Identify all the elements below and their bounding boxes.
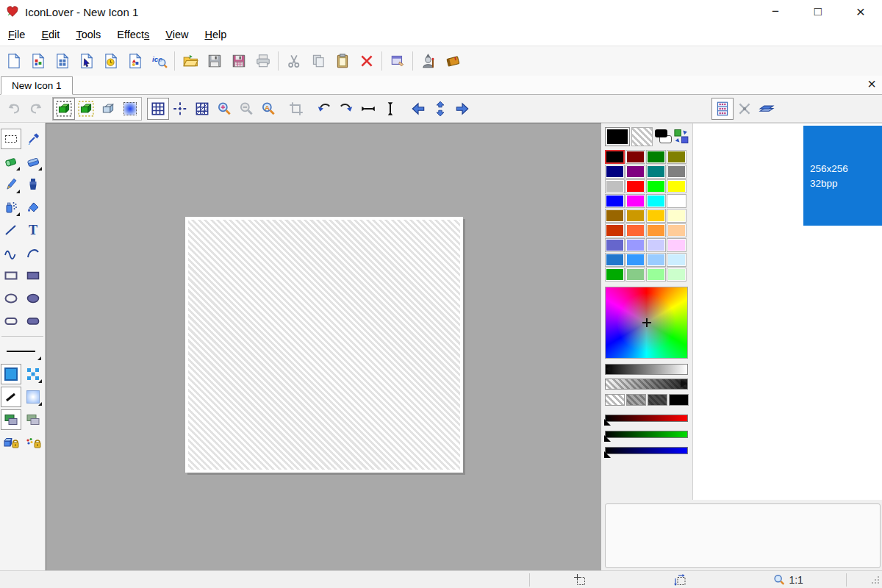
red-slider-thumb[interactable] (604, 419, 611, 426)
crop-button[interactable] (285, 98, 307, 120)
green-channel-slider[interactable] (605, 431, 688, 438)
airbrush-tool[interactable] (1, 197, 21, 218)
alpha-swatch[interactable] (669, 394, 689, 406)
palette-swatch[interactable] (667, 194, 686, 208)
minimize-button[interactable]: − (754, 4, 797, 19)
show-center-guides-button[interactable] (169, 98, 191, 120)
rotate-left-button[interactable] (313, 98, 335, 120)
palette-swatch[interactable] (625, 253, 645, 267)
format-smooth-button[interactable] (119, 98, 141, 120)
palette-swatch[interactable] (667, 268, 686, 282)
palette-swatch[interactable] (605, 223, 625, 237)
text-tool[interactable]: T (23, 220, 43, 240)
palette-swatch[interactable] (646, 179, 666, 193)
rectangle-tool[interactable] (1, 265, 21, 286)
customize-button[interactable] (385, 49, 409, 73)
smooth-line-tool[interactable] (1, 387, 21, 407)
show-thumbnail-grid-button[interactable] (191, 98, 213, 120)
color-replacer-tool[interactable] (1, 151, 21, 172)
zoom-actual-button[interactable]: A (257, 98, 279, 120)
palette-swatch[interactable] (605, 179, 625, 193)
palette-swatch[interactable] (625, 194, 645, 208)
palette-swatch[interactable] (605, 165, 625, 179)
filled-rectangle-tool[interactable] (23, 265, 43, 286)
palette-swatch[interactable] (646, 238, 666, 252)
palette-swatch[interactable] (605, 268, 625, 282)
palette-swatch[interactable] (605, 238, 625, 252)
palette-swatch[interactable] (646, 253, 666, 267)
new-icon-library-button[interactable] (50, 49, 74, 73)
print-button[interactable] (251, 49, 275, 73)
frames-panel-button[interactable] (711, 98, 734, 120)
eyedropper-tool[interactable] (23, 129, 43, 149)
resize-grip[interactable] (870, 575, 881, 585)
filled-ellipse-tool[interactable] (23, 288, 43, 309)
palette-swatch[interactable] (605, 194, 625, 208)
palette-swatch[interactable] (646, 223, 666, 237)
solid-style-tool[interactable] (1, 364, 21, 384)
menu-edit[interactable]: Edit (33, 29, 68, 40)
red-channel-slider[interactable] (605, 415, 688, 422)
gradient-tool[interactable] (23, 387, 43, 407)
wizard-button[interactable] (416, 49, 440, 73)
current-color-swatch[interactable] (605, 127, 630, 146)
save-button[interactable] (202, 49, 226, 73)
palette-swatch[interactable] (625, 150, 645, 164)
filled-rounded-rectangle-tool[interactable] (23, 311, 43, 331)
transparent-color-swatch[interactable] (631, 127, 653, 146)
foreground-background-indicator[interactable] (654, 127, 673, 146)
shift-right-button[interactable] (451, 98, 473, 120)
palette-swatch[interactable] (667, 150, 686, 164)
eraser-tool[interactable] (23, 151, 43, 172)
shift-left-button[interactable] (407, 98, 429, 120)
blue-channel-slider[interactable] (605, 447, 688, 454)
palette-swatch[interactable] (667, 165, 686, 179)
alpha-swatch[interactable] (605, 394, 625, 406)
palette-swatch[interactable] (667, 253, 686, 267)
shift-vertical-button[interactable] (429, 98, 451, 120)
palette-swatch[interactable] (625, 209, 645, 223)
brush-tool[interactable] (23, 174, 43, 195)
palette-swatch[interactable] (646, 209, 666, 223)
palette-swatch[interactable] (605, 209, 625, 223)
layers-button[interactable] (756, 98, 778, 120)
lock-colors-tool[interactable] (23, 432, 43, 453)
delete-button[interactable] (354, 49, 379, 73)
line-width-selector[interactable] (1, 341, 43, 362)
copy-button[interactable] (306, 49, 330, 73)
format-3d-button[interactable] (97, 98, 119, 120)
menu-view[interactable]: View (157, 29, 196, 40)
select-tool[interactable] (1, 129, 21, 149)
artboard[interactable] (185, 217, 463, 473)
format-hot-button[interactable] (75, 98, 97, 120)
show-grid-button[interactable] (147, 98, 169, 120)
line-tool[interactable] (1, 220, 21, 240)
palette-swatch[interactable] (625, 223, 645, 237)
alpha-swatch[interactable] (626, 394, 646, 406)
undo-button[interactable] (3, 98, 25, 120)
palette-swatch[interactable] (646, 150, 666, 164)
palette-swatch[interactable] (646, 268, 666, 282)
arc-tool[interactable] (23, 243, 43, 263)
green-slider-thumb[interactable] (604, 435, 611, 442)
canvas-area[interactable] (46, 123, 601, 570)
paste-button[interactable] (330, 49, 354, 73)
curve-tool[interactable] (1, 243, 21, 263)
multi-shape-tool[interactable] (1, 409, 21, 430)
zoom-out-button[interactable] (235, 98, 257, 120)
swap-colors-icon[interactable] (673, 127, 690, 146)
palette-swatch[interactable] (625, 179, 645, 193)
new-cursor-button[interactable] (74, 49, 98, 73)
help-button[interactable] (440, 49, 465, 73)
menu-effects[interactable]: Effects (109, 29, 157, 40)
alpha-swatch[interactable] (648, 394, 667, 406)
brightness-slider[interactable] (605, 364, 688, 375)
menu-help[interactable]: Help (196, 29, 234, 40)
color-picker-square[interactable] (605, 287, 688, 359)
palette-swatch[interactable] (625, 238, 645, 252)
multi-shape-alt-tool[interactable] (23, 409, 43, 430)
flip-vertical-button[interactable] (379, 98, 401, 120)
dither-style-tool[interactable] (23, 364, 43, 384)
new-icon-from-template-button[interactable] (123, 49, 147, 73)
fill-tool[interactable] (23, 197, 43, 218)
